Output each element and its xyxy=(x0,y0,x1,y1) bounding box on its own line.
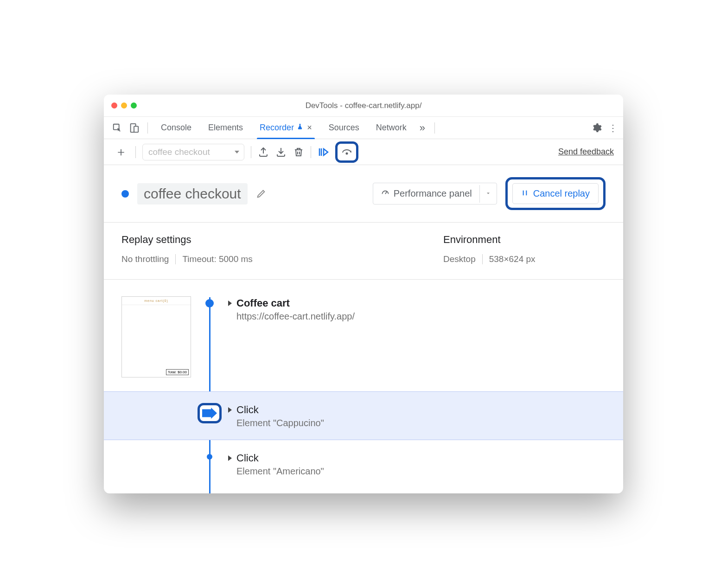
svg-rect-2 xyxy=(134,126,138,132)
step-title: Click xyxy=(236,404,259,416)
environment-viewport: 538×624 px xyxy=(482,254,542,264)
step-row[interactable]: menu cart(0) Total: $0.00 Coffee cart ht… xyxy=(121,293,606,391)
step-row-active[interactable]: Click Element "Cappucino" xyxy=(104,391,623,440)
settings-section: Replay settings No throttling Timeout: 5… xyxy=(104,223,623,280)
tab-sources[interactable]: Sources xyxy=(320,117,368,139)
step-over-icon[interactable] xyxy=(341,147,352,158)
window-title: DevTools - coffee-cart.netlify.app/ xyxy=(137,101,616,110)
traffic-lights xyxy=(111,102,137,109)
expand-step-icon[interactable] xyxy=(228,407,232,413)
tab-elements[interactable]: Elements xyxy=(200,117,251,139)
minimize-window-button[interactable] xyxy=(121,102,127,109)
step-title: Click xyxy=(236,452,259,464)
recording-select-dropdown[interactable]: coffee checkout xyxy=(142,144,244,160)
import-icon[interactable] xyxy=(275,147,287,158)
kebab-menu-icon[interactable]: ⋮ xyxy=(608,123,619,133)
step-over-highlight xyxy=(335,141,358,163)
svg-point-3 xyxy=(346,153,348,154)
pause-icon xyxy=(521,188,529,199)
device-toolbar-icon[interactable] xyxy=(129,123,139,133)
title-bar: DevTools - coffee-cart.netlify.app/ xyxy=(104,95,623,117)
gauge-icon xyxy=(381,188,390,199)
settings-gear-icon[interactable] xyxy=(592,123,602,133)
recording-status-dot xyxy=(121,190,129,198)
more-tabs-button[interactable]: » xyxy=(415,117,430,139)
recording-header: coffee checkout Performance panel Cancel… xyxy=(104,165,623,223)
chevron-down-icon[interactable] xyxy=(479,185,497,203)
maximize-window-button[interactable] xyxy=(131,102,137,109)
new-recording-button[interactable]: ＋ xyxy=(113,144,129,160)
throttling-value[interactable]: No throttling xyxy=(121,254,175,264)
replay-settings-title: Replay settings xyxy=(121,234,443,246)
send-feedback-link[interactable]: Send feedback xyxy=(558,147,614,157)
cancel-replay-button[interactable]: Cancel replay xyxy=(512,183,599,204)
inspect-element-icon[interactable] xyxy=(112,123,122,133)
close-window-button[interactable] xyxy=(111,102,117,109)
current-step-highlight xyxy=(198,403,222,423)
continue-replay-icon[interactable] xyxy=(318,147,329,158)
devtools-tab-bar: Console Elements Recorder × Sources Netw… xyxy=(104,117,623,139)
step-row[interactable]: Click Element "Americano" xyxy=(121,440,606,493)
delete-icon[interactable] xyxy=(293,147,304,158)
recording-title[interactable]: coffee checkout xyxy=(137,183,248,205)
step-subtitle: https://coffee-cart.netlify.app/ xyxy=(236,311,606,322)
tab-console[interactable]: Console xyxy=(153,117,200,139)
timeout-value[interactable]: Timeout: 5000 ms xyxy=(175,254,259,264)
performance-panel-select[interactable]: Performance panel xyxy=(373,183,497,205)
environment-title: Environment xyxy=(443,234,606,246)
flask-icon xyxy=(297,123,303,133)
timeline-step-dot xyxy=(207,454,212,460)
export-icon[interactable] xyxy=(258,147,269,158)
steps-timeline: menu cart(0) Total: $0.00 Coffee cart ht… xyxy=(104,280,623,493)
recorder-toolbar: ＋ coffee checkout Send feedback xyxy=(104,139,623,165)
tab-recorder[interactable]: Recorder × xyxy=(251,117,320,139)
cancel-replay-highlight: Cancel replay xyxy=(505,177,606,210)
tab-network[interactable]: Network xyxy=(368,117,415,139)
page-thumbnail: menu cart(0) Total: $0.00 xyxy=(121,296,191,377)
environment-device: Desktop xyxy=(443,254,482,264)
devtools-window: DevTools - coffee-cart.netlify.app/ Cons… xyxy=(104,95,623,493)
step-title: Coffee cart xyxy=(236,297,290,309)
expand-step-icon[interactable] xyxy=(228,455,232,461)
close-tab-icon[interactable]: × xyxy=(307,123,312,133)
expand-step-icon[interactable] xyxy=(228,300,232,306)
step-subtitle: Element "Americano" xyxy=(236,466,606,477)
current-step-arrow-icon xyxy=(202,408,217,419)
timeline-start-dot xyxy=(205,299,214,307)
step-subtitle: Element "Cappucino" xyxy=(236,418,606,428)
edit-title-icon[interactable] xyxy=(256,189,266,199)
